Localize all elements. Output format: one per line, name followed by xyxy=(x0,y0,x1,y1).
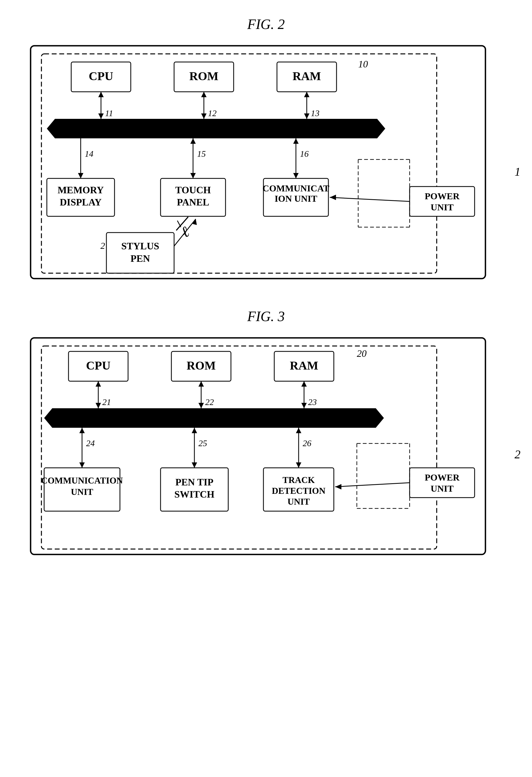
fig2-outer-ref: 1 xyxy=(515,165,521,179)
svg-text:14: 14 xyxy=(85,149,93,159)
svg-text:11: 11 xyxy=(105,108,113,118)
svg-text:SWITCH: SWITCH xyxy=(174,489,214,500)
svg-text:DISPLAY: DISPLAY xyxy=(60,197,102,208)
svg-text:MEMORY: MEMORY xyxy=(58,185,104,196)
svg-text:ROM: ROM xyxy=(189,70,218,83)
svg-rect-51 xyxy=(106,233,174,273)
svg-text:CPU: CPU xyxy=(89,70,113,83)
svg-text:10: 10 xyxy=(358,59,368,70)
svg-text:TRACK: TRACK xyxy=(282,475,315,485)
fig3-svg: CPU ROM RAM 21 22 23 20 COMMUNICATION UN… xyxy=(28,335,504,560)
svg-text:12: 12 xyxy=(208,108,217,118)
svg-text:25: 25 xyxy=(198,438,207,448)
svg-text:24: 24 xyxy=(86,438,95,448)
svg-marker-68 xyxy=(44,408,384,428)
svg-text:PANEL: PANEL xyxy=(177,197,209,208)
svg-text:22: 22 xyxy=(205,397,214,407)
svg-text:UNIT: UNIT xyxy=(287,497,310,507)
svg-text:13: 13 xyxy=(311,108,319,118)
fig2-title-label: FIG. 2 xyxy=(247,16,285,32)
fig3-title-label: FIG. 3 xyxy=(247,308,285,324)
svg-text:23: 23 xyxy=(308,397,317,407)
svg-text:26: 26 xyxy=(303,438,311,448)
svg-text:UNIT: UNIT xyxy=(430,202,453,212)
svg-text:15: 15 xyxy=(197,149,206,159)
svg-text:COMMUNICAT: COMMUNICAT xyxy=(262,183,329,193)
fig3-outer-ref: 2 xyxy=(515,448,521,461)
svg-marker-8 xyxy=(47,119,385,138)
svg-text:PEN: PEN xyxy=(130,253,150,264)
svg-text:21: 21 xyxy=(102,397,111,407)
svg-text:DETECTION: DETECTION xyxy=(272,486,325,496)
svg-text:2: 2 xyxy=(100,241,105,251)
svg-text:CPU: CPU xyxy=(86,359,110,372)
svg-text:TOUCH: TOUCH xyxy=(175,185,211,196)
svg-text:RAM: RAM xyxy=(292,70,321,83)
svg-text:UNIT: UNIT xyxy=(71,487,93,497)
svg-text:POWER: POWER xyxy=(425,472,459,482)
svg-text:UNIT: UNIT xyxy=(430,483,453,493)
svg-text:16: 16 xyxy=(300,149,309,159)
svg-text:POWER: POWER xyxy=(425,191,459,201)
svg-text:PEN TIP: PEN TIP xyxy=(175,477,213,487)
fig2-svg: CPU ROM RAM 11 12 13 MEMORY DISPLAY 14 xyxy=(28,43,504,287)
svg-text:ION UNIT: ION UNIT xyxy=(275,194,317,204)
svg-text:COMMUNICATION: COMMUNICATION xyxy=(41,476,123,485)
svg-text:20: 20 xyxy=(357,348,366,359)
fig2-diagram: 1 CPU ROM RAM 11 12 13 xyxy=(28,43,504,287)
svg-text:RAM: RAM xyxy=(290,359,318,372)
svg-text:ROM: ROM xyxy=(187,359,216,372)
fig3-diagram: 2 CPU ROM RAM 21 22 23 20 xyxy=(28,335,504,560)
svg-text:STYLUS: STYLUS xyxy=(121,241,159,251)
